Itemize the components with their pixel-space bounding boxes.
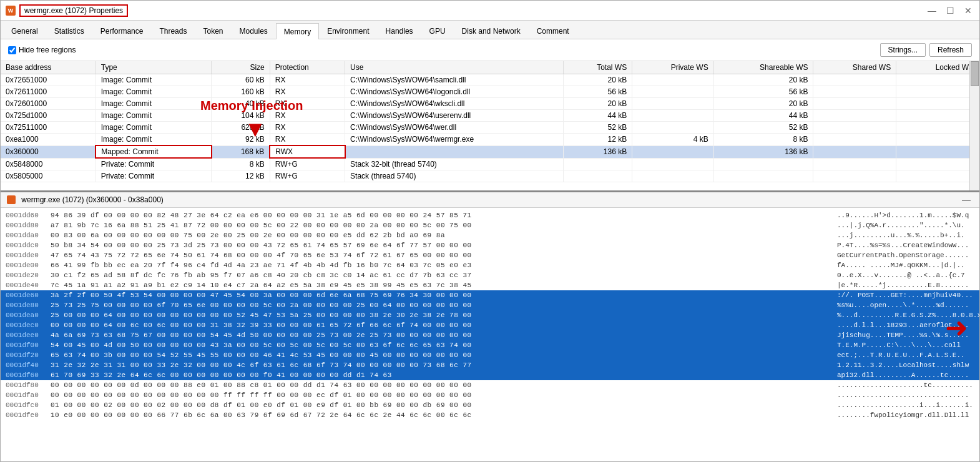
hex-ascii: ....................i...i......i. (837, 401, 974, 409)
hex-row: 0001de407c 45 1a 91 a1 a2 91 a9 b1 e2 c9… (1, 280, 979, 290)
col-base-address: Base address (1, 61, 96, 74)
table-row[interactable]: 0x72511000Image: Commit628 kBRXC:\Window… (1, 122, 979, 134)
hex-row: 0001de2030 c1 f2 65 ad 58 8f dc fc 76 fb… (1, 270, 979, 280)
hex-row: 0001dda000 83 00 6a 00 00 00 00 00 00 75… (1, 230, 979, 240)
hex-address: 0001ddc0 (6, 242, 51, 249)
tab-memory[interactable]: Memory (276, 23, 319, 39)
hex-row: 0001df2065 63 74 00 3b 00 00 00 54 52 55… (1, 350, 979, 360)
hex-ascii: 1.2.11..3.2....Localhost....shlw (837, 361, 974, 369)
table-row[interactable]: 0x360000Mapped: Commit168 kBRWX136 kB136… (1, 145, 979, 158)
hex-row: 0001dfc001 00 00 00 02 00 00 00 02 00 00… (1, 400, 979, 410)
hex-bytes: 50 b8 34 54 00 00 00 00 25 73 3d 25 73 0… (51, 242, 837, 249)
tab-performance[interactable]: Performance (92, 22, 152, 39)
tab-comment[interactable]: Comment (529, 22, 577, 39)
scrollbar-thumb[interactable] (971, 61, 979, 86)
hex-ascii: ..9......H'>d.......1.m.....$W.q (837, 212, 974, 219)
col-total-ws: Total WS (564, 61, 632, 74)
tab-gpu[interactable]: GPU (421, 22, 454, 39)
hex-address: 0001df20 (6, 351, 51, 359)
main-window: W wermgr.exe (1072) Properties — ☐ ✕ Gen… (0, 0, 980, 462)
hex-row: 0001ddc050 b8 34 54 00 00 00 00 25 73 3d… (1, 240, 979, 250)
hide-free-regions-label[interactable]: Hide free regions (8, 46, 76, 54)
close-button[interactable]: ✕ (962, 6, 974, 16)
hex-row: 0001dde047 65 74 43 75 72 72 65 6e 74 50… (1, 250, 979, 260)
hide-free-regions-checkbox[interactable] (8, 46, 16, 54)
refresh-button[interactable]: Refresh (929, 43, 972, 57)
hex-address: 0001dfe0 (6, 411, 51, 419)
table-row[interactable]: 0x72611000Image: Commit160 kBRXC:\Window… (1, 86, 979, 98)
tab-threads[interactable]: Threads (151, 22, 195, 39)
hex-ascii: ....d.l.l...18293...aeroflot.... (837, 322, 974, 329)
hex-address: 0001df80 (6, 381, 51, 389)
hex-address: 0001de00 (6, 262, 51, 269)
col-size: Size (212, 61, 270, 74)
hex-ascii: .....................tc.......... (837, 381, 974, 389)
hex-address: 0001dd80 (6, 222, 51, 229)
tab-environment[interactable]: Environment (319, 22, 377, 39)
hex-ascii: P.4T....%s=%s...CreateWindowW... (837, 242, 974, 249)
hex-row: 0001de8025 73 25 75 00 00 00 00 6f 70 65… (1, 300, 979, 310)
tab-modules[interactable]: Modules (231, 22, 275, 39)
hex-bytes: 30 c1 f2 65 ad 58 8f dc fc 76 fb ab 95 f… (51, 272, 837, 279)
hex-row: 0001dd80a7 81 9b 7c 16 6a 88 51 25 41 87… (1, 220, 979, 230)
main-content: Base address Type Size Protection Use To… (1, 61, 979, 461)
hex-bytes: 47 65 74 43 75 72 72 65 6e 74 50 61 74 6… (51, 252, 837, 259)
hex-bytes: 01 00 00 00 02 00 00 00 02 00 00 00 d8 d… (51, 401, 837, 409)
table-row[interactable]: 0x5805000Private: Commit12 kBRW+GStack (… (1, 170, 979, 182)
hex-address: 0001dec0 (6, 322, 51, 329)
hex-bytes: 00 83 00 6a 00 00 00 00 00 00 75 00 2e 0… (51, 232, 837, 239)
hex-close-button[interactable]: — (959, 195, 973, 205)
table-row[interactable]: 0x725d1000Image: Commit104 kBRXC:\Window… (1, 110, 979, 122)
hex-address: 0001dfc0 (6, 401, 51, 409)
hex-row: 0001dfa000 00 00 00 00 00 00 00 00 00 00… (1, 390, 979, 400)
tab-statistics[interactable]: Statistics (46, 22, 92, 39)
hex-bytes: 66 41 99 fb bb ec ea 20 7f f4 96 c4 fd 4… (51, 262, 837, 269)
maximize-button[interactable]: ☐ (944, 6, 957, 16)
hex-address: 0001df00 (6, 342, 51, 349)
hex-bytes: 7c 45 1a 91 a1 a2 91 a9 b1 e2 c9 14 10 e… (51, 282, 837, 289)
hex-ascii: ect.;...T.R.U.E.U...F.A.L.S.E.. (837, 351, 974, 359)
table-row[interactable]: 0x72601000Image: Commit40 kBRXC:\Windows… (1, 98, 979, 110)
col-type: Type (96, 61, 211, 74)
tab-handles[interactable]: Handles (378, 22, 421, 39)
title-controls: — ☐ ✕ (925, 6, 974, 16)
hex-address: 0001dee0 (6, 332, 51, 339)
col-shared-ws: Shared WS (813, 61, 896, 74)
hex-row: 0001dec000 00 00 00 64 00 6c 00 6c 00 00… (1, 320, 979, 330)
hex-ascii: ................................ (837, 391, 974, 399)
hex-bytes: 4a 6a 69 73 63 68 75 67 00 00 00 00 54 4… (51, 332, 837, 339)
tab-general[interactable]: General (3, 22, 46, 39)
memory-table-scrollbar[interactable] (969, 61, 979, 190)
title-bar-left: W wermgr.exe (1072) Properties (6, 4, 128, 17)
col-locked-ws: Locked WS (896, 61, 979, 74)
col-protection: Protection (270, 61, 345, 74)
hex-address: 0001dea0 (6, 312, 51, 319)
table-row[interactable]: 0x72651000Image: Commit60 kBRXC:\Windows… (1, 74, 979, 86)
table-row[interactable]: 0x5848000Private: Commit8 kBRW+GStack 32… (1, 158, 979, 170)
app-icon: W (6, 6, 16, 16)
hex-ascii: Jjischug....TEMP....%s.\%.s..... (837, 332, 974, 339)
hex-ascii: ://. POST....GET:....mnjhuiv40... (837, 292, 974, 299)
tab-token[interactable]: Token (195, 22, 231, 39)
hex-ascii: GetCurrentPath.OpenStorage...... (837, 252, 974, 259)
hex-address: 0001df40 (6, 361, 51, 369)
hex-panel-title: wermgr.exe (1072) (0x360000 - 0x38a000) (21, 195, 163, 204)
hex-bytes: 65 63 74 00 3b 00 00 00 54 52 55 45 55 0… (51, 351, 837, 359)
hex-ascii: ...|.j.Q%A.r........".....*.\u. (837, 222, 974, 229)
hex-row: 0001de603a 2f 2f 00 50 4f 53 54 00 00 00… (1, 290, 979, 300)
toolbar-right: Strings... Refresh (880, 43, 972, 57)
tab-bar: General Statistics Performance Threads T… (1, 21, 979, 39)
hex-ascii: ...j.........u...%.%.....b+..i. (837, 232, 974, 239)
hex-bytes: a7 81 9b 7c 16 6a 88 51 25 41 87 72 00 0… (51, 222, 837, 229)
hex-row: 0001dee04a 6a 69 73 63 68 75 67 00 00 00… (1, 330, 979, 340)
table-row[interactable]: 0xea1000Image: Commit92 kBRXC:\Windows\S… (1, 134, 979, 146)
hex-title-left: wermgr.exe (1072) (0x360000 - 0x38a000) (7, 195, 164, 205)
hex-ascii: |e.*R.....*j..........E.8....... (837, 282, 974, 289)
hex-bytes: 54 00 45 00 4d 00 50 00 00 00 00 00 43 3… (51, 342, 837, 349)
strings-button[interactable]: Strings... (880, 43, 926, 57)
tab-disk-network[interactable]: Disk and Network (454, 22, 529, 39)
hex-section-wrapper: wermgr.exe (1072) (0x360000 - 0x38a000) … (1, 192, 979, 461)
hex-address: 0001dde0 (6, 252, 51, 259)
hex-address: 0001de80 (6, 302, 51, 309)
minimize-button[interactable]: — (925, 6, 939, 16)
